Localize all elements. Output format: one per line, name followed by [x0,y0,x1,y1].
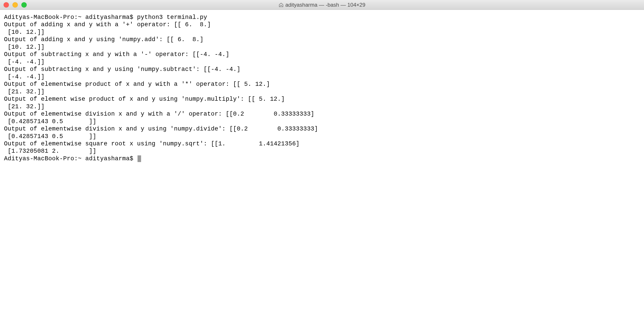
cursor [138,155,141,162]
terminal-window: adityasharma — -bash — 104×29 Adityas-Ma… [0,0,644,325]
minimize-button[interactable] [12,2,18,7]
output-line: [-4. -4.]] [4,58,640,66]
close-button[interactable] [4,2,9,7]
home-icon [278,2,284,7]
output-line: [1.73205081 2. ]] [4,148,640,155]
title-container: adityasharma — -bash — 104×29 [278,2,366,8]
output-line: [10. 12.]] [4,43,640,51]
output-line: Output of adding x and y with a '+' oper… [4,21,640,28]
prompt-host: Adityas-MacBook-Pro:~ adityasharma$ [4,14,137,21]
window-title: adityasharma — -bash — 104×29 [285,2,366,8]
output-line: Output of elementwise division x and y u… [4,125,640,133]
output-line: Output of elementwise division x and y w… [4,110,640,118]
output-line: Output of elementwise square root x usin… [4,140,640,148]
output-line: Output of subtracting x and y using 'num… [4,66,640,73]
titlebar[interactable]: adityasharma — -bash — 104×29 [0,0,644,10]
prompt-host: Adityas-MacBook-Pro:~ adityasharma$ [4,155,137,162]
output-line: Output of elementwise product of x and y… [4,81,640,88]
terminal-content[interactable]: Adityas-MacBook-Pro:~ adityasharma$ pyth… [0,10,644,325]
output-line: [21. 32.]] [4,103,640,110]
output-line: [10. 12.]] [4,29,640,36]
output-line: [-4. -4.]] [4,73,640,81]
output-line: Output of element wise product of x and … [4,96,640,103]
output-line: [0.42857143 0.5 ]] [4,118,640,125]
output-line: Output of subtracting x and y with a '-'… [4,51,640,58]
traffic-lights [4,2,27,7]
output-line: [0.42857143 0.5 ]] [4,133,640,140]
output-line: [21. 32.]] [4,88,640,96]
command-input: python3 terminal.py [137,14,207,21]
output-line: Output of adding x and y using 'numpy.ad… [4,36,640,43]
maximize-button[interactable] [21,2,27,7]
